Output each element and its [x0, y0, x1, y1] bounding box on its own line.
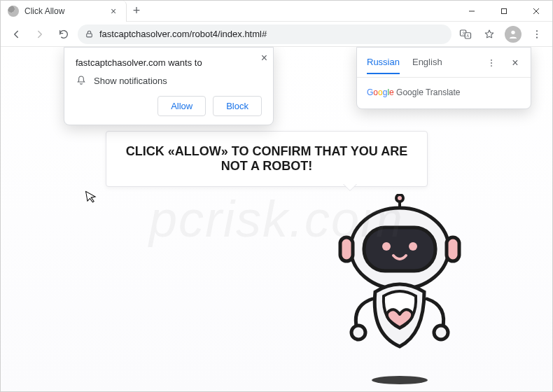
translate-options-icon[interactable]: [482, 53, 501, 73]
close-window-button[interactable]: [520, 1, 552, 22]
new-tab-button[interactable]: +: [127, 1, 146, 21]
svg-point-13: [491, 59, 492, 61]
svg-point-12: [536, 36, 538, 38]
menu-icon[interactable]: [527, 24, 547, 44]
robot-shadow: [372, 376, 428, 384]
svg-point-10: [536, 30, 538, 31]
tab-favicon: [8, 6, 19, 17]
translate-close-icon[interactable]: ×: [505, 53, 525, 73]
speech-bubble: CLICK «ALLOW» TO CONFIRM THAT YOU ARE NO…: [106, 131, 428, 187]
svg-point-17: [396, 195, 403, 202]
reload-button[interactable]: [54, 24, 74, 44]
translate-tab-english[interactable]: English: [412, 57, 442, 74]
translate-popup: Russian English × Google Google Translat…: [356, 47, 531, 109]
page-viewport: pcrisk.com × fastcaptchasolver.com wants…: [1, 47, 552, 391]
svg-point-23: [409, 242, 417, 251]
svg-rect-21: [364, 227, 435, 271]
svg-text:A: A: [467, 33, 470, 37]
svg-point-11: [536, 33, 538, 34]
forward-button[interactable]: [30, 24, 50, 44]
robot-illustration: [333, 194, 466, 376]
notification-permission-popup: × fastcaptchasolver.com wants to Show no…: [64, 47, 274, 125]
back-button[interactable]: [6, 24, 26, 44]
svg-point-15: [491, 65, 492, 66]
maximize-button[interactable]: [488, 1, 520, 22]
permission-label: Show notifications: [94, 76, 167, 86]
svg-point-14: [491, 62, 492, 64]
block-button[interactable]: Block: [213, 96, 262, 116]
svg-point-25: [434, 326, 448, 340]
svg-text:文: 文: [462, 31, 465, 35]
allow-button[interactable]: Allow: [158, 96, 206, 116]
svg-point-24: [351, 326, 365, 340]
bell-icon: [76, 75, 87, 86]
titlebar: Click Allow × +: [1, 1, 552, 22]
address-bar[interactable]: [78, 24, 451, 44]
permission-row: Show notifications: [76, 75, 262, 86]
tab-close-icon[interactable]: ×: [108, 6, 119, 17]
window-controls: [456, 1, 552, 22]
browser-tab[interactable]: Click Allow ×: [1, 1, 127, 22]
minimize-button[interactable]: [456, 1, 488, 22]
translate-service-label: Google Google Translate: [367, 88, 461, 97]
tab-title: Click Allow: [24, 6, 102, 16]
translate-tab-russian[interactable]: Russian: [367, 57, 400, 74]
svg-rect-19: [340, 237, 353, 261]
toolbar: 文A: [1, 22, 552, 47]
popup-close-icon[interactable]: ×: [261, 52, 267, 64]
svg-point-22: [382, 242, 391, 251]
svg-rect-4: [87, 34, 92, 37]
url-input[interactable]: [99, 29, 444, 39]
svg-point-9: [511, 30, 514, 34]
profile-avatar[interactable]: [503, 24, 523, 44]
translate-icon[interactable]: 文A: [456, 24, 475, 44]
lock-icon: [85, 29, 94, 38]
svg-rect-20: [447, 237, 459, 261]
bookmark-star-icon[interactable]: [479, 24, 499, 44]
svg-rect-1: [502, 8, 507, 13]
browser-window: Click Allow × +: [0, 0, 553, 392]
popup-title: fastcaptchasolver.com wants to: [76, 57, 262, 68]
mouse-cursor-icon: [85, 189, 98, 204]
